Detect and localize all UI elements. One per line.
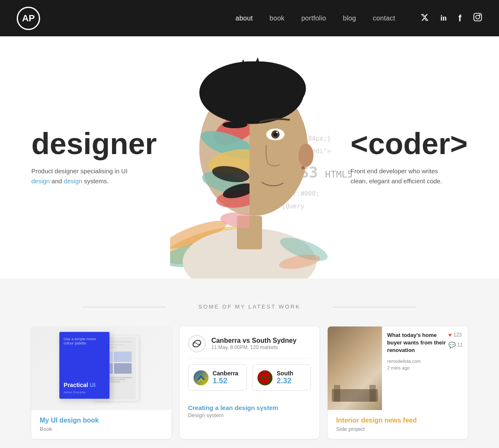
svg-point-1 — [476, 15, 479, 19]
news-card-title: Interior design news feed — [336, 417, 459, 424]
article-source: remodelista.com — [387, 358, 448, 365]
hero-section: designer Product designer specialising i… — [0, 36, 499, 278]
designer-title: designer — [31, 129, 157, 159]
svg-rect-0 — [474, 13, 481, 21]
designer-desc: Product designer specialising in UI desi… — [31, 166, 132, 186]
main-nav: about book portfolio blog contact — [235, 15, 395, 22]
sports-icon — [188, 335, 206, 352]
betting-card-subtitle: Design system — [188, 412, 311, 418]
book-card-subtitle: Book — [40, 426, 163, 432]
work-section: SOME OF MY LATEST WORK — [0, 278, 499, 448]
card-news: What today's home buyer wants from their… — [328, 327, 468, 439]
match-details: 11 May, 8:00PM, 120 markets — [211, 344, 297, 350]
team-south-sydney[interactable]: South 2.32 — [252, 364, 311, 391]
coder-desc: Front end developer who writes clean, el… — [351, 166, 451, 186]
betting-card-title: Creating a lean design system — [188, 404, 311, 411]
svg-point-2 — [479, 15, 480, 15]
svg-point-31 — [276, 132, 278, 133]
card-book: Use a simple mono colour palette Practic… — [31, 327, 171, 439]
news-card-info: Interior design news feed Side project — [328, 410, 468, 439]
svg-point-33 — [301, 166, 305, 170]
heart-icon: ♥ — [448, 332, 452, 338]
nav-blog[interactable]: blog — [343, 15, 356, 22]
card-betting: Canberra vs South Sydney 11 May, 8:00PM,… — [180, 327, 320, 439]
twitter-icon[interactable] — [420, 13, 429, 23]
team-canberra[interactable]: Canberra 1.52 — [188, 364, 247, 391]
nav-book[interactable]: book — [270, 15, 285, 22]
betting-content: Canberra vs South Sydney 11 May, 8:00PM,… — [180, 327, 320, 399]
canberra-logo — [193, 370, 209, 385]
svg-point-38 — [263, 376, 267, 380]
south-sydney-logo — [257, 370, 272, 385]
hero-person-illustration — [170, 45, 329, 278]
comment-icon: 💬 — [448, 342, 456, 348]
book-card-info: My UI design book Book — [31, 410, 171, 439]
canberra-name: Canberra — [213, 370, 238, 377]
canberra-odds: 1.52 — [213, 377, 238, 385]
nav-contact[interactable]: contact — [373, 15, 395, 22]
south-sydney-odds: 2.32 — [277, 377, 293, 385]
social-links: in f — [420, 13, 482, 24]
comments-count: 11 — [457, 342, 463, 348]
hero-right-panel: <coder> Front end developer who writes c… — [351, 129, 468, 186]
book-card-title: My UI design book — [40, 417, 163, 424]
facebook-icon[interactable]: f — [458, 13, 461, 24]
likes-count: 123 — [453, 332, 462, 338]
south-sydney-name: South — [277, 370, 293, 377]
news-card-subtitle: Side project — [336, 426, 459, 432]
nav-about[interactable]: about — [235, 15, 253, 22]
article-time: 2 mins ago — [387, 364, 448, 372]
news-card-image: What today's home buyer wants from their… — [328, 327, 468, 410]
site-header: AP about book portfolio blog contact in … — [0, 0, 499, 36]
svg-point-32 — [298, 144, 313, 167]
nav-portfolio[interactable]: portfolio — [301, 15, 326, 22]
section-title: SOME OF MY LATEST WORK — [31, 304, 468, 310]
logo[interactable]: AP — [17, 7, 40, 30]
news-stats: ♥ 123 💬 11 — [448, 332, 463, 372]
divider — [188, 358, 311, 359]
article-title: What today's home buyer wants from their… — [387, 332, 448, 354]
coder-title: <coder> — [351, 129, 468, 159]
instagram-icon[interactable] — [473, 13, 482, 24]
hero-left-panel: designer Product designer specialising i… — [31, 129, 157, 186]
news-article-panel: What today's home buyer wants from their… — [382, 327, 468, 410]
match-title: Canberra vs South Sydney — [211, 337, 297, 344]
betting-header: Canberra vs South Sydney 11 May, 8:00PM,… — [188, 335, 311, 352]
work-cards-grid: Use a simple mono colour palette Practic… — [31, 327, 468, 439]
svg-point-27 — [222, 121, 247, 128]
linkedin-icon[interactable]: in — [440, 14, 447, 23]
betting-card-info: Creating a lean design system Design sys… — [180, 399, 320, 425]
book-card-image: Use a simple mono colour palette Practic… — [31, 327, 171, 410]
teams-container: Canberra 1.52 — [188, 364, 311, 391]
